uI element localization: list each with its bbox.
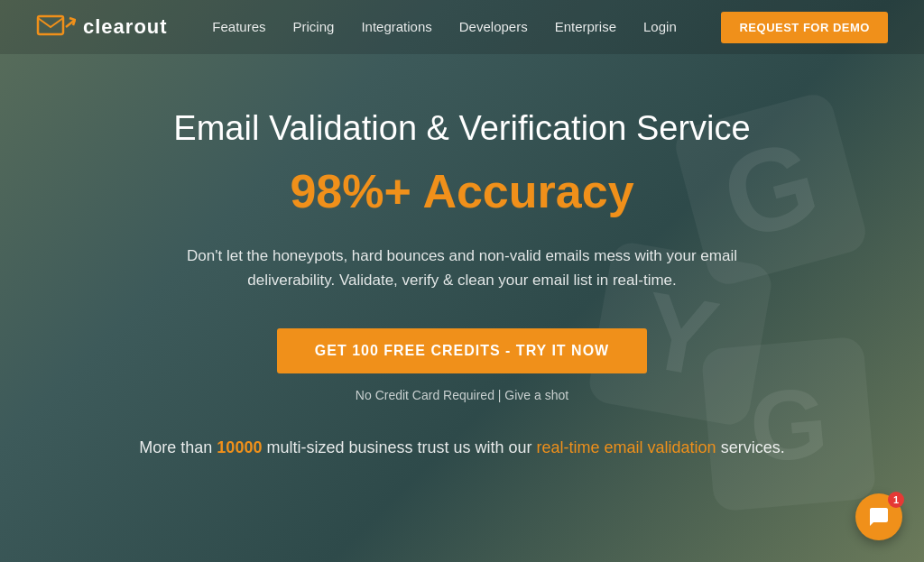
nav-links: Features Pricing Integrations Developers… [212, 19, 676, 35]
hero-subtitle: Don't let the honeypots, hard bounces an… [155, 244, 769, 292]
trust-link: real-time email validation [537, 438, 716, 456]
nav-pricing[interactable]: Pricing [293, 19, 335, 34]
nav-features[interactable]: Features [212, 19, 265, 34]
nav-login[interactable]: Login [643, 19, 677, 34]
logo-container: clearout [36, 11, 168, 43]
hero-trust: More than 10000 multi-sized business tru… [139, 438, 784, 457]
trust-number: 10000 [217, 438, 262, 456]
nav-developers[interactable]: Developers [459, 19, 528, 34]
request-demo-button[interactable]: REQUEST FOR DEMO [721, 12, 888, 43]
svg-rect-0 [38, 16, 63, 34]
trust-middle: multi-sized business trust us with our [262, 438, 536, 456]
chat-button[interactable]: 1 [855, 493, 902, 540]
navbar: clearout Features Pricing Integrations D… [0, 0, 924, 54]
trust-suffix: services. [716, 438, 785, 456]
hero-title: Email Validation & Verification Service [173, 108, 750, 150]
cta-button[interactable]: GET 100 FREE CREDITS - TRY IT NOW [277, 328, 647, 373]
brand-name: clearout [83, 15, 168, 39]
nav-enterprise[interactable]: Enterprise [555, 19, 616, 34]
hero-accuracy: 98%+ Accuracy [290, 164, 633, 218]
chat-badge: 1 [888, 492, 904, 508]
trust-prefix: More than [139, 438, 217, 456]
hero-section: Email Validation & Verification Service … [0, 54, 924, 484]
nav-integrations[interactable]: Integrations [361, 19, 431, 34]
chat-icon [868, 506, 890, 528]
logo-icon [36, 11, 76, 43]
chat-widget: 1 [855, 493, 902, 540]
hero-note: No Credit Card Required | Give a shot [356, 388, 568, 402]
